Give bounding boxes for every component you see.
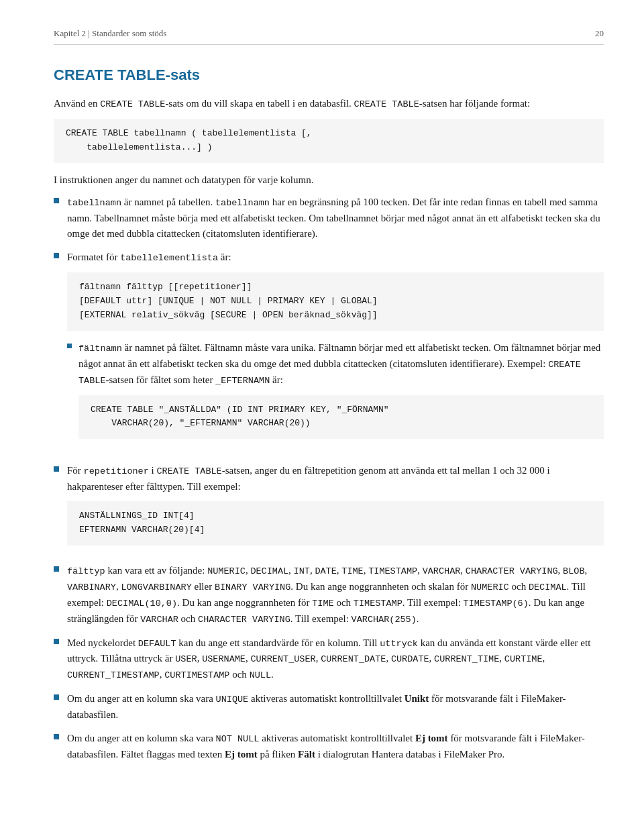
code-username: USERNAME <box>202 654 246 664</box>
code-varbinary: VARBINARY <box>67 582 116 592</box>
bullet-icon-2 <box>54 253 59 258</box>
list-item-tabellnamn: tabellnamn är namnet på tabellen. tabell… <box>54 195 604 242</box>
intro-paragraph: Använd en CREATE TABLE-sats om du vill s… <box>54 96 604 112</box>
bullet-icon-3 <box>54 466 59 472</box>
code-numeric: NUMERIC <box>207 566 246 576</box>
bold-unikt: Unikt <box>405 693 429 704</box>
bullet-icon-4 <box>54 566 59 572</box>
code-unique: UNIQUE <box>216 694 249 705</box>
code-efternamn: _EFTERNAMN <box>215 376 270 386</box>
code-timestamp: TIMESTAMP <box>368 566 417 576</box>
code-null: NULL <box>250 670 271 680</box>
chapter-label: Kapitel 2 | Standarder som stöds <box>54 27 166 40</box>
bullet-icon-5 <box>54 639 59 644</box>
code-blob: BLOB <box>563 566 584 576</box>
code-uttryck: uttryck <box>380 639 418 649</box>
list-item-not-null: Om du anger att en kolumn ska vara NOT N… <box>54 731 604 762</box>
code-tabellnamn-2: tabellnamn <box>215 198 270 208</box>
bold-ej-tomt-1: Ej tomt <box>415 733 448 743</box>
code-current-time: CURRENT_TIME <box>434 654 499 664</box>
bullet-content-4: fälttyp kan vara ett av följande: NUMERI… <box>67 563 604 627</box>
sub-list-item-faltnamn: fältnamn är namnet på fältet. Fältnamn m… <box>67 340 604 448</box>
code-user: USER <box>175 654 197 664</box>
page-number: 20 <box>595 27 604 40</box>
bullet-content-5: Med nyckelordet DEFAULT kan du ange ett … <box>67 635 604 684</box>
code-decimal-2: DECIMAL <box>529 582 567 592</box>
bullet-content-1: tabellnamn är namnet på tabellen. tabell… <box>67 195 604 242</box>
section-title: CREATE TABLE-sats <box>54 64 604 87</box>
bullet-content-3: För repetitioner i CREATE TABLE-satsen, … <box>67 463 604 555</box>
code-block-4: ANSTÄLLNINGS_ID INT[4] EFTERNAMN VARCHAR… <box>67 501 604 545</box>
code-char-varying-2: CHARACTER VARYING <box>198 615 290 625</box>
code-tabellelementlista: tabellelementlista <box>120 253 218 263</box>
list-item-tabellelementlista: Formatet för tabellelementlista är: fält… <box>54 250 604 455</box>
code-repetitioner: repetitioner <box>84 466 149 476</box>
code-timestamp-ex: TIMESTAMP(6) <box>464 599 529 609</box>
list-item-unique: Om du anger att en kolumn ska vara UNIQU… <box>54 691 604 723</box>
code-current-date: CURRENT_DATE <box>321 654 386 664</box>
list-item-default: Med nyckelordet DEFAULT kan du ange ett … <box>54 635 604 684</box>
code-not-null: NOT NULL <box>216 734 260 744</box>
list-item-repetitioner: För repetitioner i CREATE TABLE-satsen, … <box>54 463 604 555</box>
code-faltnamn: fältnamn <box>78 344 122 354</box>
code-falttyp: fälttyp <box>67 566 105 576</box>
bold-ej-tomt-2: Ej tomt <box>225 749 258 760</box>
code-decimal-ex: DECIMAL(10,0) <box>107 599 177 609</box>
code-current-timestamp: CURRENT_TIMESTAMP <box>67 670 160 680</box>
code-block-2: fältnamn fälttyp [[repetitioner]] [DEFAU… <box>67 272 604 330</box>
code-int: INT <box>294 566 310 576</box>
code-date: DATE <box>315 566 336 576</box>
code-decimal: DECIMAL <box>250 566 288 576</box>
code-varchar: VARCHAR <box>423 566 461 576</box>
code-create-table-ex: CREATE TABLE <box>78 360 581 386</box>
sub-bullet-list-1: fältnamn är namnet på fältet. Fältnamn m… <box>67 340 604 448</box>
bullet-icon-7 <box>54 734 59 739</box>
sub-bullet-content-1: fältnamn är namnet på fältet. Fältnamn m… <box>78 340 604 448</box>
code-create-table-2: CREATE TABLE <box>354 99 419 109</box>
code-create-table-3: CREATE TABLE <box>156 466 221 476</box>
bullet-content-6: Om du anger att en kolumn ska vara UNIQU… <box>67 691 604 723</box>
code-default: DEFAULT <box>138 639 176 649</box>
main-bullet-list: tabellnamn är namnet på tabellen. tabell… <box>54 195 604 763</box>
para-2: I instruktionen anger du namnet och data… <box>54 172 604 188</box>
page-header: Kapitel 2 | Standarder som stöds 20 <box>54 27 604 45</box>
code-create-table-1: CREATE TABLE <box>100 99 165 109</box>
code-curtimestamp: CURTIMESTAMP <box>164 670 229 680</box>
bullet-content-2: Formatet för tabellelementlista är: fält… <box>67 250 604 455</box>
code-numeric-2: NUMERIC <box>471 582 509 592</box>
code-curdate: CURDATE <box>391 654 429 664</box>
list-item-falttyp: fälttyp kan vara ett av följande: NUMERI… <box>54 563 604 627</box>
code-char-varying: CHARACTER VARYING <box>466 566 558 576</box>
bullet-icon-1 <box>54 198 59 203</box>
code-block-1: CREATE TABLE tabellnamn ( tabellelementl… <box>54 119 604 163</box>
bold-falt: Fält <box>298 749 315 760</box>
code-varchar-ex: VARCHAR(255) <box>352 615 417 625</box>
code-longvarbinary: LONGVARBINARY <box>121 582 191 592</box>
code-block-3: CREATE TABLE "_ANSTÄLLDA" (ID INT PRIMAR… <box>78 395 604 439</box>
code-timestamp-2: TIMESTAMP <box>354 599 402 609</box>
sub-bullet-icon-1 <box>67 344 72 348</box>
code-tabellnamn-1: tabellnamn <box>67 198 121 208</box>
bullet-icon-6 <box>54 694 59 700</box>
code-current-user: CURRENT_USER <box>250 654 315 664</box>
code-time: TIME <box>341 566 363 576</box>
code-varchar-2: VARCHAR <box>140 615 178 625</box>
code-time-2: TIME <box>312 599 333 609</box>
code-binary-varying: BINARY VARYING <box>215 582 290 592</box>
bullet-content-7: Om du anger att en kolumn ska vara NOT N… <box>67 731 604 762</box>
code-curtime: CURTIME <box>504 654 543 664</box>
